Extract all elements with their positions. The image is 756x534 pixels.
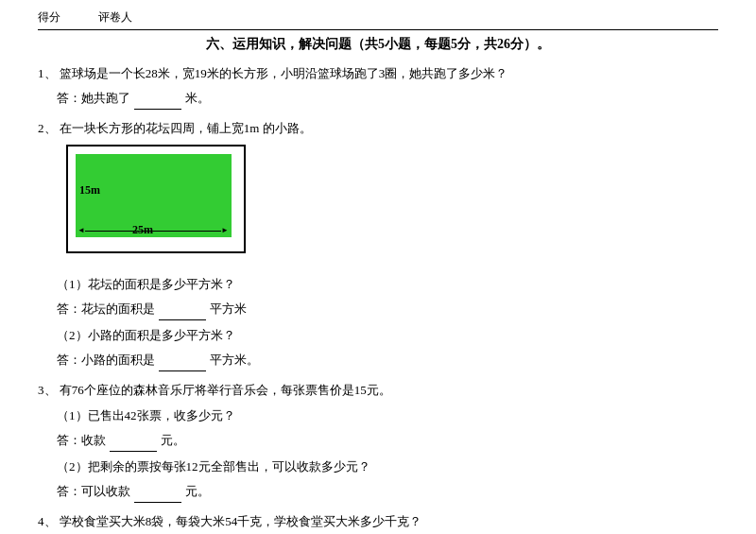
score-label: 得分 <box>38 9 60 26</box>
q3-sub2-prefix: 答：可以收款 <box>57 480 130 502</box>
q2-sub1-answer: 答：花坛的面积是 平方米 <box>57 298 718 320</box>
length-arrow <box>77 227 229 234</box>
q3-number: 3、 <box>38 383 57 397</box>
q1-answer-prefix: 答：她共跑了 <box>57 87 130 109</box>
q3-sub2-answer: 答：可以收款 元。 <box>57 479 718 502</box>
q2-sub2-blank <box>159 348 206 370</box>
q4-number: 4、 <box>38 514 57 528</box>
q2-sub2-text: （2）小路的面积是多少平方米？ <box>57 328 235 342</box>
flower-bed-diagram: 15m 25m <box>66 145 255 267</box>
q1-answer-blank <box>134 86 181 109</box>
q1-text: 篮球场是一个长28米，宽19米的长方形，小明沿篮球场跑了3圈，她共跑了多少米？ <box>60 66 508 80</box>
q2-sub2-answer: 答：小路的面积是 平方米。 <box>57 348 718 370</box>
width-label: 15m <box>79 181 100 201</box>
q2-sub1-text: （1）花坛的面积是多少平方米？ <box>57 277 235 291</box>
q3-sub2-suffix: 元。 <box>185 480 210 502</box>
arrow-line <box>85 231 221 232</box>
q3-sub2-blank <box>134 479 181 502</box>
top-bar: 得分 评卷人 <box>38 9 718 30</box>
q4-text: 学校食堂买大米8袋，每袋大米54千克，学校食堂买大米多少千克？ <box>60 514 422 528</box>
q2-number: 2、 <box>38 121 57 135</box>
q2-sub1-prefix: 答：花坛的面积是 <box>57 298 155 319</box>
q2-sub2-suffix: 平方米。 <box>210 349 259 370</box>
q3-sub1-suffix: 元。 <box>161 429 185 451</box>
q1-answer: 答：她共跑了 米。 <box>57 86 718 109</box>
length-label: 25m <box>132 220 153 241</box>
section-title: 六、运用知识，解决问题（共5小题，每题5分，共26分）。 <box>38 36 718 53</box>
question-2: 2、 在一块长方形的花坛四周，铺上宽1m 的小路。 15m 25m （1）花坛的… <box>38 117 718 371</box>
q2-sub1-question: （1）花坛的面积是多少平方米？ <box>57 273 718 295</box>
q3-sub1-text: （1）已售出42张票，收多少元？ <box>57 408 235 422</box>
question-3: 3、 有76个座位的森林音乐厅将举行音乐会，每张票售价是15元。 （1）已售出4… <box>38 379 718 503</box>
q3-sub2-question: （2）把剩余的票按每张12元全部售出，可以收款多少元？ <box>57 456 718 477</box>
q2-sub1-suffix: 平方米 <box>210 298 247 319</box>
q3-text: 有76个座位的森林音乐厅将举行音乐会，每张票售价是15元。 <box>60 383 391 397</box>
q2-sub2-prefix: 答：小路的面积是 <box>57 349 155 370</box>
q3-sub1-prefix: 答：收款 <box>57 429 106 451</box>
q1-answer-suffix: 米。 <box>185 87 210 109</box>
q2-sub2-question: （2）小路的面积是多少平方米？ <box>57 324 718 346</box>
q3-sub1-answer: 答：收款 元。 <box>57 429 718 452</box>
question-4: 4、 学校食堂买大米8袋，每袋大米54千克，学校食堂买大米多少千克？ 答：学校食… <box>38 510 718 534</box>
q3-sub1-blank <box>110 429 157 452</box>
q2-sub1-blank <box>159 298 206 320</box>
reviewer-label: 评卷人 <box>98 9 132 26</box>
question-1: 1、 篮球场是一个长28米，宽19米的长方形，小明沿篮球场跑了3圈，她共跑了多少… <box>38 62 718 110</box>
q1-number: 1、 <box>38 66 57 80</box>
q2-text: 在一块长方形的花坛四周，铺上宽1m 的小路。 <box>60 121 312 135</box>
q3-sub2-text: （2）把剩余的票按每张12元全部售出，可以收款多少元？ <box>57 459 370 474</box>
q3-sub1-question: （1）已售出42张票，收多少元？ <box>57 405 718 426</box>
